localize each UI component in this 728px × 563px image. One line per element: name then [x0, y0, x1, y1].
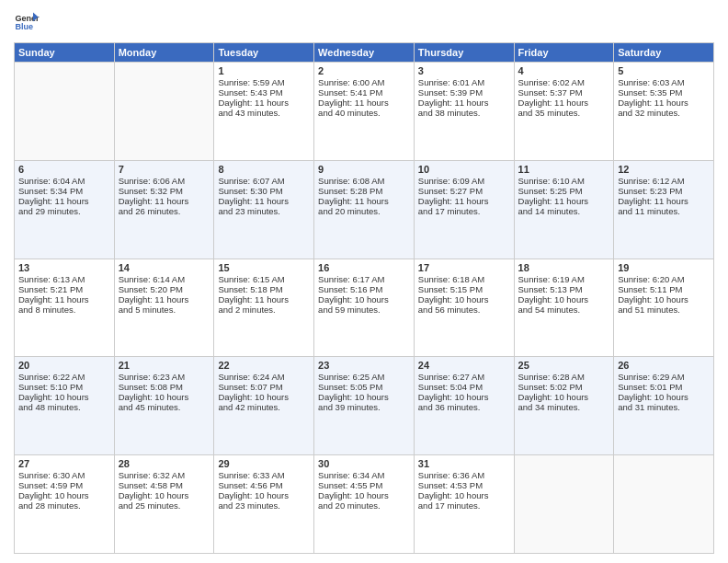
day-number: 28	[119, 458, 210, 469]
cell-line: Sunrise: 6:00 AM	[318, 77, 410, 87]
day-number: 24	[418, 360, 510, 371]
cell-line: Sunrise: 5:59 AM	[218, 77, 310, 87]
cell-line: and 35 minutes.	[518, 108, 610, 118]
cell-line: Daylight: 10 hours	[618, 294, 710, 304]
day-number: 17	[418, 262, 510, 273]
cell-line: Sunset: 5:10 PM	[18, 382, 110, 392]
cell-line: and 25 minutes.	[119, 500, 210, 511]
calendar-cell: 6Sunrise: 6:04 AMSunset: 5:34 PMDaylight…	[15, 160, 115, 259]
weekday-header-friday: Friday	[514, 43, 614, 63]
cell-line: and 11 minutes.	[618, 206, 710, 216]
cell-line: Daylight: 10 hours	[418, 392, 510, 402]
calendar-cell: 21Sunrise: 6:23 AMSunset: 5:08 PMDayligh…	[114, 357, 214, 455]
cell-line: Sunrise: 6:09 AM	[418, 176, 510, 186]
day-number: 4	[518, 65, 610, 76]
day-number: 8	[218, 164, 310, 175]
cell-line: Sunset: 5:30 PM	[218, 186, 310, 196]
day-number: 5	[618, 65, 710, 76]
calendar-table: SundayMondayTuesdayWednesdayThursdayFrid…	[14, 42, 714, 554]
calendar-cell: 4Sunrise: 6:02 AMSunset: 5:37 PMDaylight…	[514, 63, 614, 161]
cell-line: and 20 minutes.	[318, 206, 410, 216]
cell-line: Daylight: 10 hours	[218, 490, 310, 500]
cell-line: Daylight: 11 hours	[218, 196, 310, 206]
cell-line: Sunset: 5:21 PM	[18, 284, 110, 294]
day-number: 20	[18, 360, 110, 371]
cell-line: Sunrise: 6:14 AM	[119, 274, 210, 284]
weekday-header-wednesday: Wednesday	[314, 43, 415, 63]
calendar-cell: 26Sunrise: 6:29 AMSunset: 5:01 PMDayligh…	[614, 357, 714, 455]
calendar-cell: 22Sunrise: 6:24 AMSunset: 5:07 PMDayligh…	[214, 357, 314, 455]
day-number: 10	[418, 164, 510, 175]
cell-line: and 42 minutes.	[218, 402, 310, 412]
cell-line: and 34 minutes.	[518, 402, 610, 412]
day-number: 30	[318, 458, 410, 469]
cell-line: Sunrise: 6:02 AM	[518, 77, 610, 87]
cell-line: and 23 minutes.	[218, 500, 310, 511]
cell-line: Daylight: 10 hours	[518, 392, 610, 402]
calendar-cell: 13Sunrise: 6:13 AMSunset: 5:21 PMDayligh…	[15, 259, 115, 357]
calendar-cell	[114, 63, 214, 161]
day-number: 14	[119, 262, 210, 273]
cell-line: and 32 minutes.	[618, 108, 710, 118]
calendar-cell	[514, 455, 614, 554]
cell-line: Daylight: 11 hours	[218, 98, 310, 108]
weekday-header-monday: Monday	[114, 43, 214, 63]
calendar-cell: 8Sunrise: 6:07 AMSunset: 5:30 PMDaylight…	[214, 160, 314, 259]
calendar-cell: 3Sunrise: 6:01 AMSunset: 5:39 PMDaylight…	[414, 63, 514, 161]
calendar-cell: 25Sunrise: 6:28 AMSunset: 5:02 PMDayligh…	[514, 357, 614, 455]
cell-line: Sunrise: 6:10 AM	[518, 176, 610, 186]
cell-line: Sunrise: 6:13 AM	[18, 274, 110, 284]
calendar-cell	[15, 63, 115, 161]
cell-line: Daylight: 10 hours	[318, 490, 410, 500]
calendar-cell: 23Sunrise: 6:25 AMSunset: 5:05 PMDayligh…	[314, 357, 415, 455]
cell-line: Sunrise: 6:36 AM	[418, 470, 510, 480]
cell-line: Sunset: 5:28 PM	[318, 186, 410, 196]
cell-line: Daylight: 10 hours	[318, 392, 410, 402]
cell-line: Sunrise: 6:28 AM	[518, 372, 610, 382]
cell-line: Daylight: 11 hours	[18, 294, 110, 304]
day-number: 15	[218, 262, 310, 273]
page: General Blue SundayMondayTuesdayWednesda…	[0, 0, 728, 563]
cell-line: Sunset: 5:16 PM	[318, 284, 410, 294]
cell-line: and 17 minutes.	[418, 500, 510, 511]
day-number: 3	[418, 65, 510, 76]
calendar-cell: 2Sunrise: 6:00 AMSunset: 5:41 PMDaylight…	[314, 63, 415, 161]
weekday-header-thursday: Thursday	[414, 43, 514, 63]
cell-line: Sunrise: 6:12 AM	[618, 176, 710, 186]
calendar-cell: 12Sunrise: 6:12 AMSunset: 5:23 PMDayligh…	[614, 160, 714, 259]
calendar-cell	[614, 455, 714, 554]
calendar-cell: 19Sunrise: 6:20 AMSunset: 5:11 PMDayligh…	[614, 259, 714, 357]
cell-line: Daylight: 10 hours	[119, 392, 210, 402]
weekday-header-saturday: Saturday	[614, 43, 714, 63]
calendar-cell: 28Sunrise: 6:32 AMSunset: 4:58 PMDayligh…	[114, 455, 214, 554]
cell-line: Sunset: 5:43 PM	[218, 87, 310, 98]
cell-line: and 17 minutes.	[418, 206, 510, 216]
cell-line: Sunrise: 6:07 AM	[218, 176, 310, 186]
calendar-cell: 24Sunrise: 6:27 AMSunset: 5:04 PMDayligh…	[414, 357, 514, 455]
day-number: 16	[318, 262, 410, 273]
cell-line: Daylight: 11 hours	[618, 196, 710, 206]
header-row: SundayMondayTuesdayWednesdayThursdayFrid…	[15, 43, 714, 63]
cell-line: Daylight: 11 hours	[318, 196, 410, 206]
cell-line: and 45 minutes.	[119, 402, 210, 412]
cell-line: and 20 minutes.	[318, 500, 410, 511]
cell-line: Daylight: 10 hours	[618, 392, 710, 402]
cell-line: Sunrise: 6:17 AM	[318, 274, 410, 284]
cell-line: Sunrise: 6:15 AM	[218, 274, 310, 284]
day-number: 25	[518, 360, 610, 371]
day-number: 12	[618, 164, 710, 175]
cell-line: Sunset: 5:41 PM	[318, 87, 410, 98]
calendar-cell: 9Sunrise: 6:08 AMSunset: 5:28 PMDaylight…	[314, 160, 415, 259]
cell-line: and 28 minutes.	[18, 500, 110, 511]
cell-line: Daylight: 10 hours	[518, 294, 610, 304]
cell-line: Daylight: 11 hours	[418, 98, 510, 108]
day-number: 31	[418, 458, 510, 469]
cell-line: Sunset: 5:02 PM	[518, 382, 610, 392]
calendar-cell: 20Sunrise: 6:22 AMSunset: 5:10 PMDayligh…	[15, 357, 115, 455]
cell-line: Sunset: 5:07 PM	[218, 382, 310, 392]
cell-line: Sunset: 5:34 PM	[18, 186, 110, 196]
calendar-cell: 1Sunrise: 5:59 AMSunset: 5:43 PMDaylight…	[214, 63, 314, 161]
calendar-row-4: 27Sunrise: 6:30 AMSunset: 4:59 PMDayligh…	[15, 455, 714, 554]
cell-line: Sunrise: 6:01 AM	[418, 77, 510, 87]
cell-line: Sunrise: 6:30 AM	[18, 470, 110, 480]
